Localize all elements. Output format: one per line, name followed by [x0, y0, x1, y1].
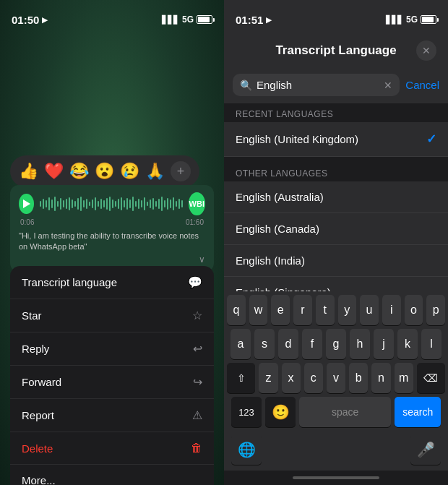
voice-times: 0:06 01:60: [19, 218, 205, 226]
keyboard-row-3: ⇧ z x c v b n m ⌫: [224, 359, 448, 393]
shift-key[interactable]: ⇧: [227, 363, 255, 393]
emoji-key[interactable]: 🙂: [265, 397, 296, 427]
key-p[interactable]: p: [426, 295, 445, 325]
keyboard: q w e r t y u i o p a s d f g h j k l ⇧ …: [224, 291, 448, 471]
voice-message-bubble: WBI 0:06 01:60 "Hi, I am testing the abi…: [10, 185, 214, 272]
status-bar-left: 01:50 ▶ ▋▋▋ 5G: [0, 0, 224, 32]
lang-item-english-uk[interactable]: English (United Kingdom) ✓: [224, 122, 448, 157]
lang-item-english-in[interactable]: English (India): [224, 245, 448, 277]
key-a[interactable]: a: [231, 329, 251, 359]
report-icon: ⚠: [192, 408, 202, 422]
lang-item-english-sg[interactable]: English (Singapore): [224, 277, 448, 291]
menu-item-forward[interactable]: Forward ↪: [10, 366, 214, 399]
key-c[interactable]: c: [304, 363, 323, 393]
numbers-key[interactable]: 123: [231, 397, 262, 427]
menu-item-star[interactable]: Star ☆: [10, 299, 214, 332]
cancel-button[interactable]: Cancel: [405, 79, 439, 91]
menu-label-transcript: Transcript language: [22, 276, 117, 288]
key-w[interactable]: w: [249, 295, 268, 325]
reaction-wow[interactable]: 😮: [95, 162, 114, 181]
network-type: 5G: [182, 14, 194, 25]
key-n[interactable]: n: [371, 363, 390, 393]
play-button[interactable]: [19, 194, 34, 214]
keyboard-row-1: q w e r t y u i o p: [224, 291, 448, 325]
menu-label-more: More...: [22, 474, 56, 485]
lang-item-english-ca[interactable]: English (Canada): [224, 213, 448, 245]
search-input[interactable]: English: [257, 79, 379, 91]
reaction-bar: 👍 ❤️ 😂 😮 😢 🙏 +: [10, 155, 199, 187]
key-r[interactable]: r: [293, 295, 312, 325]
key-q[interactable]: q: [227, 295, 246, 325]
key-g[interactable]: g: [326, 329, 346, 359]
play-icon: [23, 199, 30, 208]
key-o[interactable]: o: [405, 295, 423, 325]
key-z[interactable]: z: [259, 363, 277, 393]
battery-icon: [197, 15, 212, 24]
status-time-right: 01:51 ▶: [236, 14, 272, 26]
key-s[interactable]: s: [254, 329, 275, 359]
menu-label-reply: Reply: [22, 343, 49, 355]
lang-item-english-au[interactable]: English (Australia): [224, 181, 448, 213]
menu-item-report[interactable]: Report ⚠: [10, 399, 214, 432]
battery-icon-right: [421, 15, 436, 24]
status-icons-right: ▋▋▋ 5G: [386, 14, 436, 25]
key-u[interactable]: u: [360, 295, 379, 325]
key-b[interactable]: b: [349, 363, 368, 393]
search-key[interactable]: search: [395, 397, 441, 427]
lang-name-english-ca: English (Canada): [236, 223, 319, 235]
menu-label-star: Star: [22, 309, 42, 322]
lang-name-english-in: English (India): [236, 254, 305, 267]
modal-header: Transcript Language ✕: [224, 32, 448, 68]
key-k[interactable]: k: [397, 329, 418, 359]
search-input-wrap[interactable]: 🔍 English ✕: [233, 74, 400, 96]
add-reaction-button[interactable]: +: [171, 161, 191, 181]
key-d[interactable]: d: [278, 329, 298, 359]
key-y[interactable]: y: [338, 295, 357, 325]
reaction-pray[interactable]: 🙏: [145, 162, 165, 181]
language-list: RECENT LANGUAGES English (United Kingdom…: [224, 103, 448, 291]
delete-key[interactable]: ⌫: [417, 363, 445, 393]
key-f[interactable]: f: [302, 329, 322, 359]
delete-icon: 🗑: [191, 442, 202, 455]
globe-key[interactable]: 🌐: [231, 434, 262, 465]
home-indicator-right: [224, 471, 448, 485]
search-clear-button[interactable]: ✕: [384, 80, 392, 91]
voice-top: WBI: [19, 192, 205, 215]
menu-item-more[interactable]: More...: [10, 465, 214, 485]
lang-name-english-uk: English (United Kingdom): [236, 133, 358, 145]
menu-label-delete: Delete: [22, 442, 53, 455]
other-languages-label: OTHER LANGUAGES: [224, 163, 448, 181]
search-bar: 🔍 English ✕ Cancel: [224, 68, 448, 103]
key-v[interactable]: v: [327, 363, 345, 393]
keyboard-row-4: 123 🙂 space search: [224, 393, 448, 434]
key-h[interactable]: h: [350, 329, 370, 359]
menu-item-reply[interactable]: Reply ↩: [10, 332, 214, 366]
reaction-thumbs-up[interactable]: 👍: [19, 162, 38, 181]
key-m[interactable]: m: [395, 363, 413, 393]
recent-languages-label: RECENT LANGUAGES: [224, 103, 448, 122]
menu-item-delete[interactable]: Delete 🗑: [10, 432, 214, 465]
reaction-laugh[interactable]: 😂: [69, 162, 89, 181]
elapsed-time: 0:06: [20, 218, 34, 226]
modal-close-button[interactable]: ✕: [416, 40, 436, 61]
key-x[interactable]: x: [282, 363, 301, 393]
status-icons-left: ▋▋▋ 5G: [162, 14, 212, 25]
microphone-key[interactable]: 🎤: [410, 434, 441, 465]
forward-icon: ↪: [193, 375, 202, 389]
status-time-left: 01:50 ▶: [12, 14, 48, 26]
key-l[interactable]: l: [421, 329, 441, 359]
context-menu: Transcript language 💬 Star ☆ Reply ↩ For…: [10, 266, 214, 485]
key-e[interactable]: e: [271, 295, 290, 325]
reaction-sad[interactable]: 😢: [120, 162, 139, 181]
location-arrow-icon: ▶: [42, 16, 48, 24]
menu-item-transcript-language[interactable]: Transcript language 💬: [10, 266, 214, 299]
space-key[interactable]: space: [299, 397, 391, 427]
key-i[interactable]: i: [382, 295, 401, 325]
checkmark-icon: ✓: [426, 132, 436, 147]
waveform: [40, 195, 183, 213]
key-t[interactable]: t: [316, 295, 335, 325]
menu-label-forward: Forward: [22, 376, 61, 388]
reaction-heart[interactable]: ❤️: [44, 162, 64, 181]
other-languages-section: OTHER LANGUAGES English (Australia) Engl…: [224, 163, 448, 291]
key-j[interactable]: j: [374, 329, 394, 359]
